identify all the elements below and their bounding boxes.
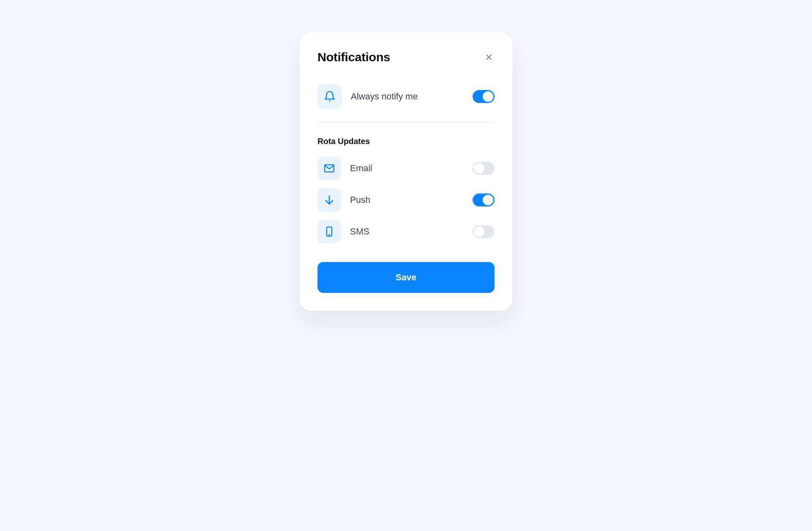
close-button[interactable] [483, 52, 495, 63]
card-header: Notifications [317, 50, 495, 64]
phone-icon [323, 226, 335, 238]
notify-option-email: Email [317, 153, 495, 184]
arrow-down-icon [323, 194, 335, 206]
option-label: SMS [350, 226, 473, 237]
toggle-knob [474, 226, 484, 237]
option-label: Email [350, 163, 473, 174]
sms-toggle[interactable] [473, 225, 495, 238]
master-notify-toggle[interactable] [473, 90, 495, 103]
toggle-knob [483, 91, 493, 102]
option-label: Push [350, 195, 473, 205]
master-notify-label: Always notify me [351, 91, 473, 102]
bell-icon [324, 90, 336, 103]
toggle-knob [483, 195, 493, 205]
phone-icon-tile [317, 220, 341, 243]
close-icon [484, 53, 493, 62]
envelope-icon-tile [317, 157, 341, 180]
notify-option-sms: SMS [317, 216, 495, 247]
master-notify-row: Always notify me [317, 79, 495, 123]
notify-option-push: Push [317, 184, 495, 216]
card-title: Notifications [317, 50, 390, 64]
push-toggle[interactable] [473, 193, 495, 206]
envelope-icon [323, 162, 335, 174]
save-button[interactable]: Save [317, 262, 495, 293]
toggle-knob [474, 163, 484, 174]
arrow-down-icon-tile [317, 188, 341, 212]
section-heading: Rota Updates [317, 137, 495, 146]
email-toggle[interactable] [473, 162, 495, 175]
bell-icon-tile [317, 84, 342, 109]
notifications-card: Notifications Always notify me Rota Upda… [300, 32, 512, 311]
